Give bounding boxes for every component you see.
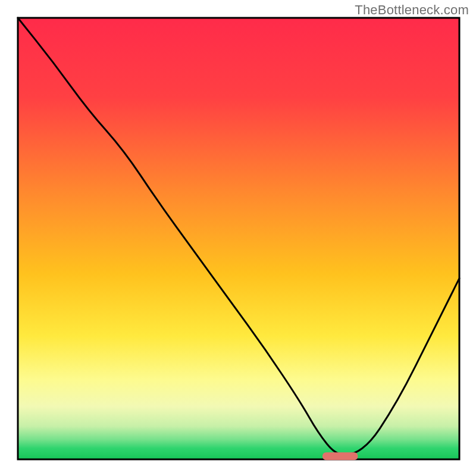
chart-container: TheBottleneck.com — [0, 0, 476, 476]
optimal-range-marker — [322, 452, 358, 460]
watermark-text: TheBottleneck.com — [355, 2, 469, 18]
plot-gradient-background — [18, 18, 459, 459]
bottleneck-chart — [0, 0, 476, 476]
